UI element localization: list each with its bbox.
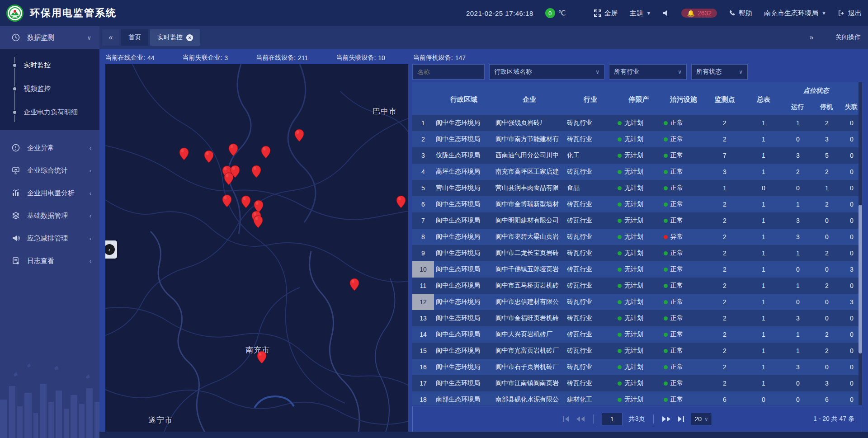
chevron-down-icon: ∨ [678, 69, 682, 75]
map-pin-icon[interactable] [294, 129, 305, 144]
cell-limit: 无计划 [616, 200, 662, 208]
table-scrollbar[interactable] [859, 82, 862, 405]
chevron-left-icon: ‹ [105, 244, 115, 255]
table-row[interactable]: 15阆中生态环境局阆中市光富页岩机砖厂砖瓦行业无计划正常21120 [412, 343, 862, 359]
table-row[interactable]: 2阆中生态环境局阆中市南方节能建材有砖瓦行业无计划正常21030 [412, 131, 862, 147]
cell-region: 阆中生态环境局 [434, 330, 494, 339]
page-size-select[interactable]: 20 ∨ [691, 413, 712, 425]
chevron-left-icon: ‹ [90, 258, 91, 264]
map-pin-icon[interactable] [179, 147, 189, 162]
cell-running: 1 [783, 282, 813, 289]
map-pin-icon[interactable] [261, 146, 271, 160]
map-panel[interactable]: ‹ 巴中市南充市遂宁市 [105, 64, 408, 432]
table-row[interactable]: 13阆中生态环境局阆中市金福旺页岩机砖砖瓦行业无计划正常21300 [412, 310, 862, 326]
table-row[interactable]: 14阆中生态环境局阆中大兴页岩机砖厂砖瓦行业无计划正常21120 [412, 326, 862, 343]
map-pin-icon[interactable] [257, 351, 267, 366]
page-number-input[interactable] [602, 413, 623, 425]
point-status-subheaders: 运行 停机 失联 [783, 103, 862, 111]
map-pin-icon[interactable] [349, 278, 360, 293]
status-filter-select[interactable]: 所有状态 ∨ [691, 64, 748, 80]
tab-realtime-monitor[interactable]: 实时监控 × [150, 29, 200, 46]
stat-online-enterprises: 当前在线企业:44 [105, 54, 154, 62]
table-row[interactable]: 5营山生态环境局营山县润丰肉食品有限食品无计划正常10010 [412, 180, 862, 196]
col-region: 行政区域 [434, 94, 494, 104]
tab-home[interactable]: 首页 [121, 29, 148, 46]
sidebar-item-enterprise-abnormal[interactable]: 企业异常 ‹ [0, 137, 99, 159]
tabs-scroll-left-button[interactable]: « [102, 29, 119, 46]
sidebar-item-power-usage-analysis[interactable]: 企业用电量分析 ‹ [0, 182, 99, 204]
table-row[interactable]: 17阆中生态环境局阆中市江南镇阆南页岩砖瓦行业无计划正常21030 [412, 375, 862, 391]
theme-dropdown[interactable]: 主题▼ [630, 9, 651, 18]
tabs-scroll-right-button[interactable]: » [803, 29, 820, 46]
cell-company: 阆中明阳建材有限公司 [494, 217, 565, 225]
cell-company: 营山县润丰肉食品有限 [494, 184, 565, 192]
scrollbar-thumb[interactable] [859, 205, 862, 353]
notification-badge[interactable]: 🔔 2632 [681, 9, 717, 18]
close-operations-button[interactable]: 关闭操作 [835, 33, 861, 42]
map-pin-icon[interactable] [224, 172, 234, 187]
name-filter-input[interactable] [417, 68, 480, 75]
cell-running: 3 [783, 152, 813, 159]
cell-running: 2 [783, 168, 813, 175]
presentation-board-icon [11, 166, 21, 174]
cell-points: 6 [705, 396, 744, 403]
map-pin-icon[interactable] [204, 150, 214, 165]
cell-limit: 无计划 [616, 330, 662, 339]
cell-limit: 无计划 [616, 233, 662, 241]
sidebar-item-enterprise-statistics[interactable]: 企业综合统计 ‹ [0, 159, 99, 182]
industry-filter-select[interactable]: 所有行业 ∨ [609, 64, 687, 80]
map-pin-icon[interactable] [251, 165, 262, 180]
sound-mute-button[interactable] [663, 10, 670, 16]
org-dropdown[interactable]: 南充市生态环境局▼ [764, 9, 826, 18]
table-row[interactable]: 6阆中生态环境局阆中市金博瑞新型墙材砖瓦行业无计划正常21120 [412, 196, 862, 212]
table-row[interactable]: 16阆中生态环境局阆中市石子页岩机砖厂砖瓦行业无计划正常21300 [412, 359, 862, 375]
chevron-left-icon: ‹ [90, 190, 91, 197]
row-number: 10 [412, 261, 434, 278]
sidebar-item-log-view[interactable]: 日志查看 ‹ [0, 250, 99, 272]
col-industry: 行业 [565, 94, 616, 104]
stat-offline-devices: 当前失联设备:10 [336, 54, 385, 62]
row-number: 11 [412, 278, 434, 294]
pager-divider [653, 414, 654, 424]
table-row[interactable]: 3仪陇生态环境局西南油气田分公司川中化工无计划正常71350 [412, 147, 862, 164]
sidebar-item-data-monitoring[interactable]: 数据监测 ∨ [0, 26, 99, 49]
next-page-button[interactable] [662, 416, 671, 422]
table-row[interactable]: 11阆中生态环境局阆中市五马桥页岩机砖砖瓦行业无计划正常21120 [412, 278, 862, 294]
region-filter-select[interactable]: 行政区域名称 ∨ [489, 64, 604, 80]
logout-button[interactable]: 退出 [838, 9, 862, 18]
map-pin-icon[interactable] [396, 195, 406, 210]
table-row[interactable]: 10阆中生态环境局阆中千佛镇五郎垭页岩砖瓦行业无计划正常21003 [412, 261, 862, 278]
sidebar-item-basic-data-management[interactable]: 基础数据管理 ‹ [0, 204, 99, 227]
map-collapse-toggle[interactable]: ‹ [105, 240, 117, 259]
sidebar-item-video-monitor[interactable]: 视频监控 [0, 77, 99, 100]
table-row[interactable]: 4高坪生态环境局南充市高坪区王家店建砖瓦行业无计划正常31220 [412, 164, 862, 180]
map-pin-icon[interactable] [228, 143, 239, 158]
tab-close-icon[interactable]: × [186, 34, 193, 41]
first-page-button[interactable] [562, 416, 570, 422]
table-row[interactable]: 8阆中生态环境局阆中市枣碧大梁山页岩砖瓦行业无计划异常21300 [412, 229, 862, 245]
map-pin-icon[interactable] [222, 194, 232, 209]
table-row[interactable]: 1阆中生态环境局阆中强锐页岩砖厂砖瓦行业无计划正常21120 [412, 115, 862, 131]
stat-stopped-devices: 当前停机设备:147 [413, 54, 466, 62]
sidebar: 数据监测 ∨ 实时监控 视频监控 企业电力负荷明细 企业异常 ‹ 企业综合统计 … [0, 26, 99, 438]
map-pin-icon[interactable] [253, 215, 264, 230]
map-pin-icon[interactable] [241, 195, 251, 210]
sidebar-item-power-load-detail[interactable]: 企业电力负荷明细 [0, 100, 99, 124]
help-button[interactable]: 帮助 [729, 9, 752, 18]
cell-company: 南充市高坪区王家店建 [494, 168, 565, 176]
bell-icon: 🔔 [687, 9, 694, 17]
sidebar-item-emergency-reduction[interactable]: 应急减排管理 ‹ [0, 227, 99, 250]
chevron-left-icon: ‹ [90, 235, 91, 242]
table-row[interactable]: 7阆中生态环境局阆中明阳建材有限公司砖瓦行业无计划正常21300 [412, 212, 862, 229]
row-number: 16 [412, 359, 434, 375]
sidebar-item-realtime-monitor[interactable]: 实时监控 [0, 53, 99, 77]
fullscreen-button[interactable]: 全屏 [594, 9, 618, 18]
table-row[interactable]: 18南部生态环境局南部县砚化水泥有限公建材化工无计划正常60060 [412, 391, 862, 405]
top-header: 环保用电监管系统 2021-02-25 17:46:18 0 ℃ 全屏 主题▼ … [0, 0, 868, 26]
table-row[interactable]: 9阆中生态环境局阆中市二龙长宝页岩砖砖瓦行业无计划正常21120 [412, 245, 862, 261]
table-row[interactable]: 12阆中生态环境局阆中市忠信建材有限公砖瓦行业无计划正常21003 [412, 294, 862, 310]
prev-page-button[interactable] [576, 416, 585, 422]
last-page-button[interactable] [677, 416, 684, 422]
map-roads-decoration [105, 64, 408, 432]
cell-points: 2 [705, 363, 744, 371]
